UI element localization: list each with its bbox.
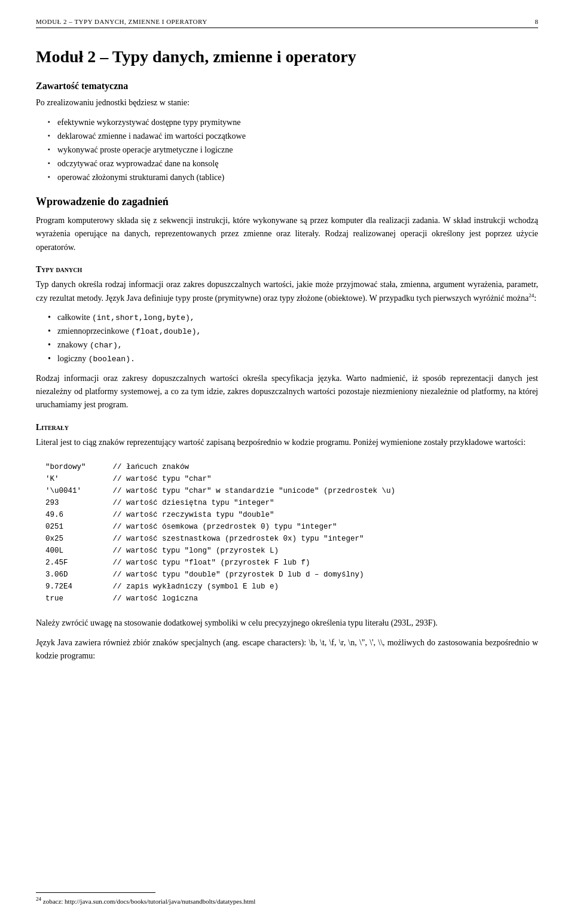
module-title: Moduł 2 – Typy danych, zmienne i operato… bbox=[36, 46, 538, 68]
literały-para3: Język Java zawiera również zbiór znaków … bbox=[36, 636, 538, 663]
bullet-item: operować złożonymi strukturami danych (t… bbox=[48, 171, 538, 184]
footnote-text: zobacz: http://java.sun.com/docs/books/t… bbox=[43, 898, 256, 905]
list-item-calkowite: całkowite (int,short,long,byte), bbox=[48, 311, 538, 325]
typy-list: całkowite (int,short,long,byte), zmienno… bbox=[36, 311, 538, 365]
bullet-item: efektywnie wykorzystywać dostępne typy p… bbox=[48, 116, 538, 129]
bullet-item: odczytywać oraz wyprowadzać dane na kons… bbox=[48, 157, 538, 170]
list-item-logiczny: logiczny (boolean). bbox=[48, 352, 538, 366]
bullet-item: wykonywać proste operacje arytmetyczne i… bbox=[48, 144, 538, 156]
header-page-number: 8 bbox=[535, 18, 539, 25]
page-footer: 24 zobacz: http://java.sun.com/docs/book… bbox=[36, 892, 538, 906]
zawartość-bullets: efektywnie wykorzystywać dostępne typy p… bbox=[36, 116, 538, 184]
footnote: 24 zobacz: http://java.sun.com/docs/book… bbox=[36, 895, 538, 906]
footer-line bbox=[36, 892, 155, 893]
footnote-number: 24 bbox=[36, 896, 41, 902]
wprowadzenie-heading: Wprowadzenie do zagadnień bbox=[36, 196, 538, 208]
page: Moduł 2 – Typy danych, zmienne i operato… bbox=[0, 0, 574, 924]
page-header: Moduł 2 – Typy danych, zmienne i operato… bbox=[36, 18, 538, 28]
typy-danych-para1: Typ danych określa rodzaj informacji ora… bbox=[36, 278, 538, 305]
typy-danych-section: Typy danych Typ danych określa rodzaj in… bbox=[36, 265, 538, 412]
code-line-0: "bordowy" // łańcuch znaków 'K' // warto… bbox=[45, 463, 395, 603]
wprowadzenie-paragraph: Program komputerowy składa się z sekwenc… bbox=[36, 214, 538, 254]
literals-code-block: "bordowy" // łańcuch znaków 'K' // warto… bbox=[36, 455, 538, 611]
header-title: Moduł 2 – Typy danych, zmienne i operato… bbox=[36, 18, 207, 25]
zawartość-section: Zawartość tematyczna Po zrealizowaniu je… bbox=[36, 81, 538, 183]
wprowadzenie-section: Wprowadzenie do zagadnień Program komput… bbox=[36, 196, 538, 254]
literały-para2: Należy zwrócić uwagę na stosowanie dodat… bbox=[36, 617, 538, 630]
literały-heading: Literały bbox=[36, 423, 538, 432]
literały-section: Literały Literal jest to ciąg znaków rep… bbox=[36, 423, 538, 663]
bullet-item: deklarować zmienne i nadawać im wartości… bbox=[48, 130, 538, 142]
typy-danych-heading: Typy danych bbox=[36, 265, 538, 275]
zawartość-intro: Po zrealizowaniu jednostki będziesz w st… bbox=[36, 96, 538, 109]
list-item-znakowy: znakowy (char), bbox=[48, 339, 538, 352]
list-item-zmiennoprzecinkowe: zmiennoprzecinkowe (float,double), bbox=[48, 325, 538, 339]
zawartość-heading: Zawartość tematyczna bbox=[36, 81, 538, 92]
typy-danych-para2: Rodzaj informacji oraz zakresy dopuszcza… bbox=[36, 372, 538, 412]
footnote-link[interactable]: http://java.sun.com/docs/books/tutorial/… bbox=[65, 898, 255, 905]
literały-para1: Literal jest to ciąg znaków reprezentują… bbox=[36, 436, 538, 449]
footnote-ref: 24 bbox=[529, 292, 534, 298]
